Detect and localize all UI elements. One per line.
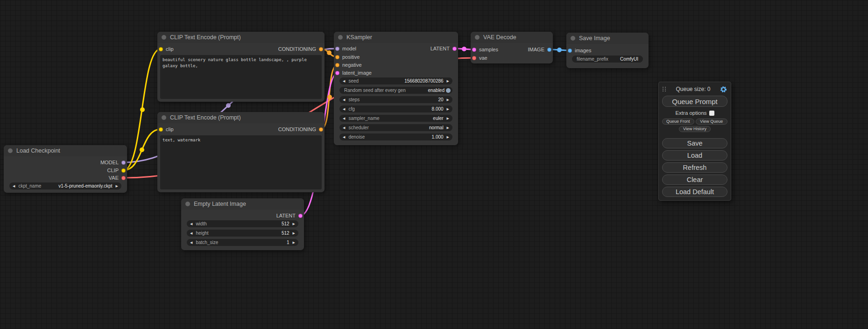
extra-options-checkbox[interactable] [709,111,714,116]
node-graph-canvas[interactable]: Load Checkpoint MODEL CLIP VAE ◀ ckpt_na… [0,0,868,329]
refresh-button[interactable]: Refresh [662,162,727,173]
images-input-dot[interactable] [568,49,572,53]
input-slot-positive[interactable]: positive [335,54,360,60]
node-title-bar[interactable]: Empty Latent Image [181,198,304,210]
queue-front-button[interactable]: Queue Front [662,119,694,125]
output-slot-image[interactable]: IMAGE [528,46,551,53]
load-button[interactable]: Load [662,150,727,161]
ckpt-name-widget[interactable]: ◀ ckpt_name v1-5-pruned-emaonly.ckpt ▶ [9,182,121,189]
collapse-dot[interactable] [162,115,166,120]
output-slot-model[interactable]: MODEL [100,159,126,166]
scheduler-widget[interactable]: ◀ scheduler normal ▶ [339,124,452,131]
right-arrow-icon[interactable]: ▶ [447,126,449,129]
node-title-bar[interactable]: CLIP Text Encode (Prompt) [157,32,325,43]
right-arrow-icon[interactable]: ▶ [447,98,449,101]
positive-input-dot[interactable] [335,55,339,59]
right-arrow-icon[interactable]: ▶ [447,79,449,83]
node-title-bar[interactable]: Save Image [566,33,649,44]
drag-handle-icon[interactable] [663,87,666,92]
left-arrow-icon[interactable]: ◀ [190,222,192,225]
left-arrow-icon[interactable]: ◀ [343,117,345,120]
collapse-dot[interactable] [8,148,13,153]
height-widget[interactable]: ◀ height 512 ▶ [187,230,298,237]
input-slot-vae[interactable]: vae [472,55,487,61]
vae-input-dot[interactable] [472,56,476,60]
vae-output-dot[interactable] [121,176,126,180]
output-slot-vae[interactable]: VAE [109,175,126,181]
model-output-dot[interactable] [121,161,126,165]
right-arrow-icon[interactable]: ▶ [447,135,449,139]
conditioning-output-dot[interactable] [319,127,323,132]
input-slot-clip[interactable]: clip [159,46,174,52]
output-slot-conditioning[interactable]: CONDITIONING [278,126,323,133]
prompt-textarea[interactable]: beautiful scenery nature glass bottle la… [160,55,322,99]
node-load-checkpoint[interactable]: Load Checkpoint MODEL CLIP VAE ◀ ckpt_na… [4,145,127,193]
left-arrow-icon[interactable]: ◀ [190,231,192,235]
input-slot-images[interactable]: images [568,47,591,54]
load-default-button[interactable]: Load Default [662,187,727,197]
input-slot-model[interactable]: model [335,45,356,52]
node-ksampler[interactable]: KSampler model positive negative latent_… [334,32,458,145]
settings-gear-icon[interactable] [720,86,727,93]
save-button[interactable]: Save [662,138,727,148]
node-clip-text-encode-positive[interactable]: CLIP Text Encode (Prompt) clip CONDITION… [157,32,325,102]
left-arrow-icon[interactable]: ◀ [190,241,192,244]
collapse-dot[interactable] [475,35,480,40]
view-queue-button[interactable]: View Queue [696,119,728,125]
random-seed-widget[interactable]: Random seed after every gen enabled [339,87,452,94]
prompt-textarea[interactable]: text, watermark [160,135,322,189]
right-arrow-icon[interactable]: ▶ [447,107,449,111]
node-title-bar[interactable]: VAE Decode [471,32,553,43]
collapse-dot[interactable] [185,202,190,206]
node-vae-decode[interactable]: VAE Decode samples vae IMAGE [471,32,553,63]
left-arrow-icon[interactable]: ◀ [343,79,345,83]
right-arrow-icon[interactable]: ▶ [293,222,295,225]
clear-button[interactable]: Clear [662,175,727,185]
node-clip-text-encode-negative[interactable]: CLIP Text Encode (Prompt) clip CONDITION… [157,112,325,192]
image-output-dot[interactable] [547,48,551,52]
latent-output-dot[interactable] [298,214,303,218]
input-slot-clip[interactable]: clip [159,126,174,133]
latent-input-dot[interactable] [335,71,339,75]
node-title-bar[interactable]: Load Checkpoint [4,145,127,156]
right-arrow-icon[interactable]: ▶ [447,117,449,120]
node-save-image[interactable]: Save Image images filename_prefix ComfyU… [566,33,649,68]
seed-widget[interactable]: ◀ seed 156680208700286 ▶ [339,77,452,84]
collapse-dot[interactable] [338,35,343,40]
denoise-widget[interactable]: ◀ denoise 1.000 ▶ [339,133,452,140]
right-arrow-icon[interactable]: ▶ [293,241,295,244]
clip-output-dot[interactable] [121,168,126,173]
model-input-dot[interactable] [335,47,339,51]
right-arrow-icon[interactable]: ▶ [293,231,295,235]
left-arrow-icon[interactable]: ◀ [343,107,345,111]
width-widget[interactable]: ◀ width 512 ▶ [187,220,298,227]
output-slot-clip[interactable]: CLIP [107,167,126,174]
left-arrow-icon[interactable]: ◀ [343,135,345,139]
negative-input-dot[interactable] [335,63,339,67]
node-title-bar[interactable]: CLIP Text Encode (Prompt) [157,112,325,123]
input-slot-negative[interactable]: negative [335,62,362,68]
cfg-widget[interactable]: ◀ cfg 8.000 ▶ [339,105,452,112]
conditioning-output-dot[interactable] [319,47,323,51]
node-title-bar[interactable]: KSampler [334,32,458,43]
view-history-button[interactable]: View History [679,126,711,132]
output-slot-conditioning[interactable]: CONDITIONING [278,46,323,52]
left-arrow-icon[interactable]: ◀ [13,184,15,188]
collapse-dot[interactable] [162,35,166,40]
steps-widget[interactable]: ◀ steps 20 ▶ [339,96,452,103]
clip-input-dot[interactable] [159,127,163,132]
output-slot-latent[interactable]: LATENT [430,45,457,52]
toggle-dot[interactable] [446,88,451,93]
samples-input-dot[interactable] [472,48,476,52]
right-arrow-icon[interactable]: ▶ [116,184,118,188]
latent-output-dot[interactable] [452,47,457,51]
sampler-name-widget[interactable]: ◀ sampler_name euler ▶ [339,115,452,122]
output-slot-latent[interactable]: LATENT [276,212,303,219]
input-slot-samples[interactable]: samples [472,46,498,53]
left-arrow-icon[interactable]: ◀ [343,126,345,129]
filename-prefix-widget[interactable]: filename_prefix ComfyUI [572,56,643,63]
left-arrow-icon[interactable]: ◀ [343,98,345,101]
queue-prompt-button[interactable]: Queue Prompt [662,96,727,107]
input-slot-latent-image[interactable]: latent_image [335,70,372,76]
node-empty-latent-image[interactable]: Empty Latent Image LATENT ◀ width 512 ▶ … [181,198,304,250]
